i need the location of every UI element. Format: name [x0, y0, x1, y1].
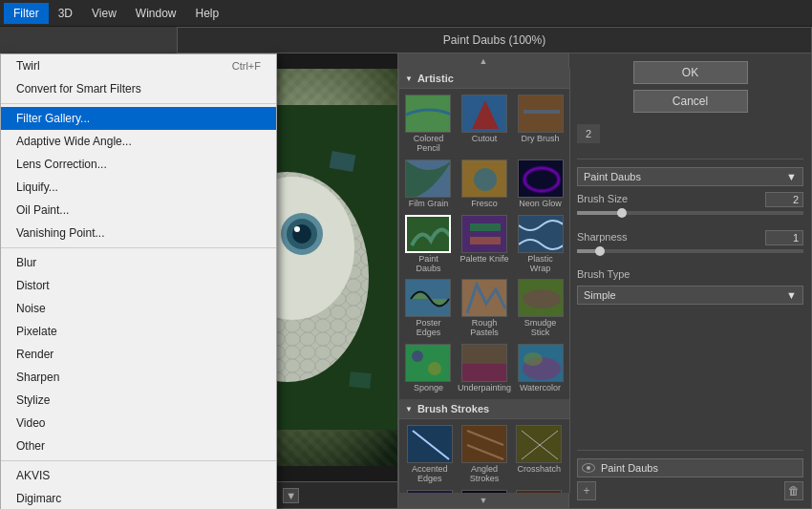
menu-item-noise[interactable]: Noise	[1, 297, 276, 320]
brush-size-group: Brush Size	[577, 192, 803, 223]
layer-delete-btn[interactable]: 🗑	[784, 481, 803, 500]
layer-eye-pupil	[587, 466, 590, 470]
filter-name-dropdown[interactable]: Paint Daubs ▼	[577, 167, 803, 186]
separator-3	[1, 460, 276, 461]
menu-item-smart-filters[interactable]: Convert for Smart Filters	[1, 77, 276, 100]
sharpness-input[interactable]	[765, 230, 803, 245]
menu-item-sharpen[interactable]: Sharpen	[1, 366, 276, 389]
menu-item-blur[interactable]: Blur	[1, 251, 276, 274]
filter-poster-edges[interactable]: Poster Edges	[403, 277, 454, 340]
brush-size-thumb[interactable]	[617, 208, 627, 218]
filters-scroll-top[interactable]: ▲	[398, 53, 568, 69]
menu-window[interactable]: Window	[126, 3, 186, 24]
filter-rough-pastels[interactable]: Rough Pastels	[456, 277, 513, 340]
menu-item-vanishing-point[interactable]: Vanishing Point...	[1, 222, 276, 244]
brush-size-input[interactable]	[765, 192, 803, 207]
filter-palette-knife[interactable]: Palette Knife	[456, 213, 513, 276]
thumb-palette-knife-label: Palette Knife	[459, 255, 508, 265]
thumb-colored-pencil-img	[405, 95, 451, 133]
artistic-section-header[interactable]: ▼ Artistic	[399, 69, 569, 89]
menu-view[interactable]: View	[82, 3, 126, 24]
filter-film-grain[interactable]: Film Grain	[403, 158, 454, 211]
menu-item-filter-gallery[interactable]: Filter Gallery...	[1, 107, 276, 130]
ok-button[interactable]: OK	[633, 61, 748, 84]
menu-item-pixelate[interactable]: Pixelate	[1, 320, 276, 343]
brush-strokes-filter-grid: Accented Edges Angled Strokes	[399, 419, 569, 493]
thumb-plastic-wrap-label: Plastic Wrap	[517, 255, 564, 274]
filter-dark-strokes[interactable]: Dark Strokes	[403, 488, 456, 493]
brush-strokes-section-header[interactable]: ▼ Brush Strokes	[399, 399, 569, 419]
filter-crosshatch[interactable]: Crosshatch	[513, 423, 566, 486]
filter-dropdown: Twirl Ctrl+F Convert for Smart Filters F…	[0, 53, 277, 509]
svg-rect-28	[470, 237, 501, 244]
menu-item-twirl[interactable]: Twirl Ctrl+F	[1, 54, 276, 77]
brush-type-dropdown[interactable]: Simple ▼	[577, 286, 803, 305]
svg-rect-34	[406, 345, 451, 382]
menu-item-video[interactable]: Video	[1, 412, 276, 435]
thumb-accented-edges-label: Accented Edges	[405, 465, 454, 484]
menu-item-distort[interactable]: Distort	[1, 274, 276, 297]
thumb-underpainting-img	[461, 344, 507, 382]
filter-watercolor[interactable]: Watercolor	[515, 342, 566, 395]
filter-accented-edges[interactable]: Accented Edges	[403, 423, 456, 486]
thumb-crosshatch-img	[516, 425, 562, 463]
filter-angled-strokes[interactable]: Angled Strokes	[458, 423, 510, 486]
thumb-paint-daubs-label: Paint Daubs	[405, 255, 452, 274]
menu-item-oil-paint[interactable]: Oil Paint...	[1, 199, 276, 222]
menu-3d[interactable]: 3D	[49, 3, 82, 24]
filter-spatter[interactable]: Spatter	[513, 488, 566, 493]
menu-item-adaptive-wide-angle[interactable]: Adaptive Wide Angle...	[1, 130, 276, 153]
menu-item-render[interactable]: Render	[1, 343, 276, 366]
svg-point-33	[523, 289, 561, 308]
svg-rect-27	[470, 223, 501, 231]
filter-dry-brush[interactable]: Dry Brush	[515, 93, 566, 156]
menu-item-digimarc[interactable]: Digimarc	[1, 487, 276, 509]
filter-colored-pencil[interactable]: Colored Pencil	[403, 93, 454, 156]
menu-item-other[interactable]: Other	[1, 435, 276, 457]
sharpness-thumb[interactable]	[595, 246, 605, 256]
layer-add-btn[interactable]: +	[577, 481, 596, 500]
svg-rect-25	[407, 217, 451, 253]
layer-indicator: 2	[577, 124, 600, 143]
preview-zoom-select[interactable]: ▼	[283, 488, 299, 503]
svg-rect-49	[408, 491, 453, 493]
filter-sponge[interactable]: Sponge	[403, 342, 454, 395]
thumb-sponge-label: Sponge	[414, 384, 443, 393]
brush-type-group: Brush Type Simple ▼	[577, 268, 803, 310]
thumb-cutout-img	[461, 95, 507, 133]
svg-point-8	[294, 226, 300, 232]
menu-filter[interactable]: Filter	[4, 3, 49, 24]
artistic-triangle: ▼	[405, 74, 413, 83]
effect-layer-name: Paint Daubs	[601, 462, 658, 474]
sharpness-slider[interactable]	[577, 249, 803, 253]
thumb-poster-edges-label: Poster Edges	[405, 319, 452, 338]
filter-fresco[interactable]: Fresco	[456, 158, 513, 211]
brush-size-row: Brush Size	[577, 192, 803, 207]
brush-size-slider[interactable]	[577, 211, 803, 215]
filter-smudge-stick[interactable]: Smudge Stick	[515, 277, 566, 340]
menu-item-akvis[interactable]: AKVIS	[1, 464, 276, 487]
filters-scroll-bottom[interactable]: ▼	[398, 493, 568, 508]
menu-item-stylize[interactable]: Stylize	[1, 389, 276, 412]
svg-rect-23	[519, 160, 564, 198]
thumb-paint-daubs-img	[405, 215, 451, 253]
thumb-neon-glow-img	[518, 159, 564, 198]
menu-item-liquify[interactable]: Liquify...	[1, 176, 276, 199]
layer-eye-icon[interactable]	[582, 463, 595, 473]
cancel-button[interactable]: Cancel	[633, 90, 748, 113]
brush-type-row: Brush Type	[577, 268, 803, 282]
brush-type-label: Brush Type	[577, 268, 630, 280]
filter-ink-outlines[interactable]: Ink Outlines	[458, 488, 510, 493]
thumb-spatter-img	[516, 490, 562, 493]
filter-cutout[interactable]: Cutout	[456, 93, 513, 156]
svg-point-22	[474, 168, 497, 191]
filter-underpainting[interactable]: Underpainting	[456, 342, 513, 395]
menubar: Filter 3D View Window Help	[0, 0, 812, 27]
menu-help[interactable]: Help	[186, 3, 229, 24]
brush-strokes-triangle: ▼	[405, 405, 413, 414]
filter-neon-glow[interactable]: Neon Glow	[515, 158, 566, 211]
menu-item-lens-correction[interactable]: Lens Correction...	[1, 153, 276, 176]
filter-plastic-wrap[interactable]: Plastic Wrap	[515, 213, 566, 276]
separator-2	[1, 247, 276, 248]
filter-paint-daubs[interactable]: Paint Daubs	[403, 213, 454, 276]
